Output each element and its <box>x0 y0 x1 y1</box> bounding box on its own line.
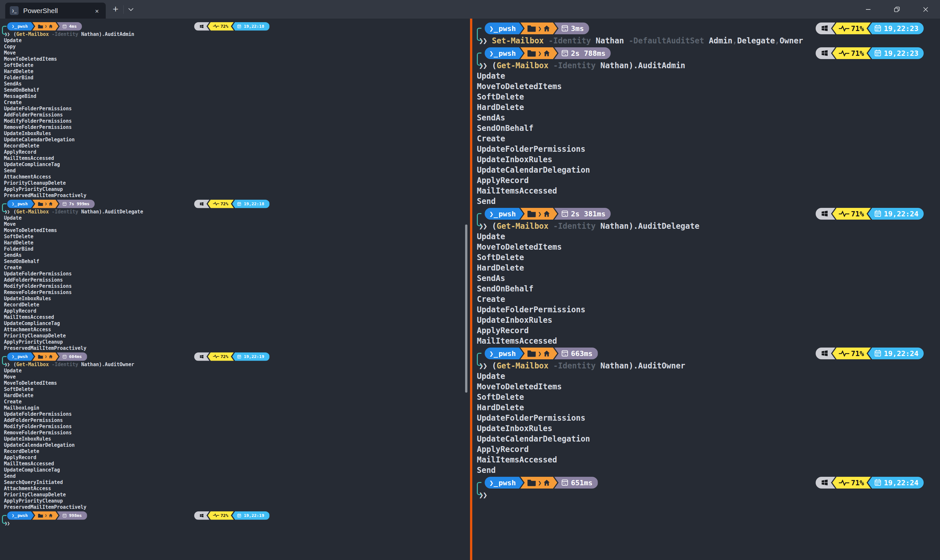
folder-icon <box>527 349 536 357</box>
shell-label: pwsh <box>499 349 516 358</box>
home-icon <box>49 24 53 28</box>
output-line: UpdateFolderPermissions <box>472 413 940 423</box>
output-line: FolderBind <box>0 246 470 252</box>
command-token: Nathan <box>595 36 629 45</box>
pulse-icon <box>213 24 219 28</box>
terminal-pane-left[interactable]: ❯_pwsh ❯ 4ms <box>0 18 470 560</box>
output-line: Update <box>472 71 940 81</box>
prompt-left-segments: ❯_pwsh ❯ 604ms <box>7 352 87 361</box>
shell-segment: ❯_pwsh <box>485 208 523 220</box>
battery-segment: 71% <box>832 477 871 489</box>
output-line: UpdateFolderPermissions <box>472 144 940 154</box>
home-icon <box>543 350 550 357</box>
output-line: MoveToDeletedItems <box>472 242 940 252</box>
output-line: Send <box>0 473 470 479</box>
windows-logo-icon <box>199 354 204 359</box>
output-line: SendAs <box>472 112 940 123</box>
output-line: Update <box>0 37 470 44</box>
clock-segment: 19,22:24 <box>868 208 924 220</box>
windows-segment <box>815 477 835 489</box>
clock-segment: 19,22:23 <box>868 23 924 34</box>
output-line: ApplyRecord <box>472 444 940 455</box>
command-text: (Get-Mailbox -Identity Nathan).AuditOwne… <box>13 362 134 368</box>
command-token: Get-Mailbox <box>497 222 553 231</box>
chevron-right-icon: ❯ <box>45 202 47 206</box>
output-line: MailItemsAccessed <box>472 186 940 196</box>
home-icon <box>49 202 53 206</box>
calendar-icon <box>874 49 882 57</box>
shell-label: pwsh <box>499 49 516 57</box>
titlebar[interactable]: ❯_ PowerShell ✕ + <box>0 0 940 18</box>
prompt-left-segments: ❯_pwsh ❯ 998ms <box>7 511 87 520</box>
duration-segment: 604ms <box>57 352 87 361</box>
duration-segment: 2s 381ms <box>554 208 611 220</box>
new-tab-button[interactable]: + <box>108 3 123 16</box>
directory-segment: ❯ <box>520 477 557 489</box>
stopwatch-icon <box>561 479 569 486</box>
windows-segment <box>815 47 835 59</box>
minimize-button[interactable] <box>854 0 883 18</box>
directory-segment: ❯ <box>520 348 557 359</box>
pane-container: ❯_pwsh ❯ 4ms <box>0 18 940 560</box>
command-token: Get-Mailbox <box>16 362 52 368</box>
output-line: UpdateInboxRules <box>472 154 940 165</box>
output-line: SendOnBehalf <box>472 284 940 294</box>
prompt-row: ❯_pwsh ❯ 7s 999ms <box>0 199 470 209</box>
command-text: Set-Mailbox -Identity Nathan -DefaultAud… <box>492 35 803 46</box>
battery-segment: 72% <box>208 200 234 208</box>
windows-segment <box>194 352 209 361</box>
tab-close-icon[interactable]: ✕ <box>92 6 102 16</box>
prompt-right-segments: 71% 19,22:23 <box>815 47 924 59</box>
output-line: RemoveFolderPermissions <box>0 430 470 436</box>
duration-value: 7s 999ms <box>69 202 90 206</box>
command-token: ).AuditAdmin <box>629 61 685 70</box>
restore-down-button[interactable] <box>883 0 911 18</box>
chevron-right-icon: ❯ <box>45 513 47 518</box>
output-line: RemoveFolderPermissions <box>0 289 470 296</box>
command-line: ❯❯(Get-Mailbox -Identity Nathan).AuditOw… <box>472 361 940 371</box>
windows-logo-icon <box>199 202 204 206</box>
prompt-right-segments: 71% 19,22:23 <box>815 23 924 34</box>
shell-segment: ❯_pwsh <box>485 477 523 489</box>
command-token: Get-Mailbox <box>16 31 52 37</box>
command-token: Admin <box>709 36 732 45</box>
output-line: Create <box>0 100 470 106</box>
calendar-icon <box>237 513 242 518</box>
output-line: ModifyFolderPermissions <box>0 424 470 430</box>
tab-dropdown-button[interactable] <box>125 3 137 16</box>
tabbar-divider <box>123 5 124 14</box>
prompt-row: ❯_pwsh ❯ 2s 788ms <box>472 46 940 60</box>
output-line: UpdateFolderPermissions <box>0 106 470 112</box>
chevron-right-icon: ❯ <box>538 479 542 486</box>
prompt-block: ❯_pwsh ❯ 604ms <box>0 351 470 511</box>
battery-percent: 72% <box>221 202 228 206</box>
clock-segment: 19,22:23 <box>868 47 924 59</box>
duration-segment: 663ms <box>554 348 598 359</box>
terminal-pane-right[interactable]: ❯_pwsh ❯ 3ms <box>472 18 940 560</box>
command-text: (Get-Mailbox -Identity Nathan).AuditDele… <box>13 209 143 215</box>
folder-icon <box>38 354 43 359</box>
output-line: UpdateCalendarDelegation <box>0 442 470 448</box>
command-token: -Identity <box>52 362 81 368</box>
output-line: UpdateCalendarDelegation <box>472 434 940 444</box>
output-line: SoftDelete <box>0 234 470 240</box>
output-line: Create <box>0 265 470 271</box>
command-output: UpdateMoveToDeletedItemsSoftDeleteHardDe… <box>472 231 940 346</box>
duration-segment: 3ms <box>554 23 589 34</box>
clock-value: 19,22:19 <box>244 354 265 359</box>
output-line: PreservedMailItemProactively <box>0 192 470 199</box>
output-line: UpdateComplianceTag <box>0 162 470 168</box>
output-line: SendAs <box>0 252 470 258</box>
calendar-icon <box>874 349 882 357</box>
tab-powershell[interactable]: ❯_ PowerShell ✕ <box>5 3 106 18</box>
clock-value: 19,22:24 <box>884 479 918 487</box>
command-token: , <box>775 36 779 45</box>
battery-segment: 71% <box>832 23 871 34</box>
shell-segment: ❯_pwsh <box>7 22 34 31</box>
output-line: HardDelete <box>0 69 470 75</box>
output-line: AttachmentAccess <box>0 486 470 492</box>
output-line: UpdateComplianceTag <box>0 320 470 327</box>
pane-divider[interactable] <box>470 18 472 560</box>
prompt-right-segments: 72% 19,22:19 <box>194 511 269 520</box>
close-button[interactable] <box>911 0 940 18</box>
